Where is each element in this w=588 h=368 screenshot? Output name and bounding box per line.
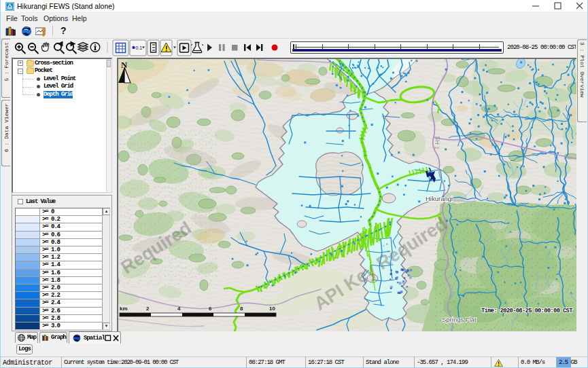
svg-text:0.1: 0.1 (136, 45, 143, 50)
svg-text:6: 6 (209, 306, 212, 312)
svg-text:Springs Flat: Springs Flat (442, 316, 477, 323)
svg-text:Time: 2020-08-25 00:00:00 CST: Time: 2020-08-25 00:00:00 CST (481, 308, 572, 314)
svg-text:Hikurangi: Hikurangi (426, 195, 453, 202)
svg-text:SH 1: SH 1 (433, 136, 441, 150)
svg-text:4: 4 (177, 306, 181, 312)
svg-text:8: 8 (240, 306, 243, 312)
svg-text:2: 2 (146, 306, 150, 312)
svg-text:10: 10 (269, 306, 275, 312)
svg-text:km: km (120, 306, 128, 312)
